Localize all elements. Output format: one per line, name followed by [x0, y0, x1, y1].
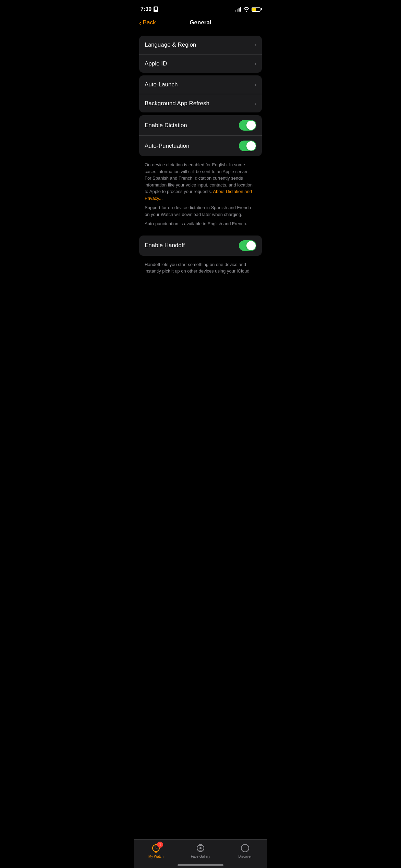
- apple-id-label: Apple ID: [145, 60, 167, 67]
- dictation-section: Enable Dictation Auto-Punctuation: [139, 115, 262, 156]
- language-region-label: Language & Region: [145, 41, 196, 48]
- auto-launch-row[interactable]: Auto-Launch ›: [139, 75, 262, 94]
- background-app-refresh-label: Background App Refresh: [145, 100, 209, 107]
- enable-handoff-row[interactable]: Enable Handoff: [139, 236, 262, 256]
- auto-punctuation-label: Auto-Punctuation: [145, 143, 189, 149]
- enable-handoff-label: Enable Handoff: [145, 242, 185, 249]
- dictation-spanish-french-desc: Support for on-device dictation in Spani…: [145, 204, 256, 218]
- background-app-refresh-row[interactable]: Background App Refresh ›: [139, 94, 262, 112]
- apple-id-row[interactable]: Apple ID ›: [139, 54, 262, 73]
- chevron-right-icon: ›: [255, 61, 256, 67]
- launch-refresh-section: Auto-Launch › Background App Refresh ›: [139, 75, 262, 112]
- toggle-knob: [246, 241, 256, 250]
- battery-icon: [252, 7, 260, 12]
- auto-punctuation-toggle[interactable]: [239, 141, 256, 151]
- chevron-right-icon: ›: [255, 100, 256, 107]
- auto-launch-label: Auto-Launch: [145, 81, 178, 88]
- enable-handoff-toggle[interactable]: [239, 240, 256, 251]
- toggle-knob: [246, 121, 256, 130]
- status-icons: [235, 7, 260, 12]
- status-time: 7:30: [141, 6, 151, 12]
- language-region-right: ›: [255, 42, 256, 48]
- back-label: Back: [143, 19, 156, 26]
- auto-punctuation-desc: Auto-punctuation is available in English…: [145, 220, 256, 227]
- apple-id-right: ›: [255, 61, 256, 67]
- enable-dictation-toggle[interactable]: [239, 120, 256, 131]
- auto-launch-right: ›: [255, 82, 256, 88]
- handoff-description: Handoff lets you start something on one …: [134, 258, 267, 280]
- wifi-icon: [243, 7, 250, 12]
- background-app-refresh-right: ›: [255, 100, 256, 107]
- toggle-knob: [246, 141, 256, 150]
- nav-bar: ‹ Back General: [134, 16, 267, 30]
- auto-punctuation-row[interactable]: Auto-Punctuation: [139, 135, 262, 156]
- dictation-description: On-device dictation is enabled for Engli…: [134, 159, 267, 233]
- language-region-row[interactable]: Language & Region ›: [139, 36, 262, 54]
- chevron-left-icon: ‹: [139, 19, 142, 26]
- chevron-right-icon: ›: [255, 42, 256, 48]
- chevron-right-icon: ›: [255, 82, 256, 88]
- signal-bars-icon: [235, 7, 241, 12]
- language-apple-section: Language & Region › Apple ID ›: [139, 36, 262, 73]
- handoff-section: Enable Handoff: [139, 236, 262, 256]
- enable-dictation-label: Enable Dictation: [145, 122, 187, 129]
- page-title: General: [190, 19, 211, 26]
- enable-dictation-row[interactable]: Enable Dictation: [139, 115, 262, 135]
- passbook-icon: [154, 7, 158, 12]
- settings-content: Language & Region › Apple ID › Auto-Laun…: [134, 30, 267, 308]
- status-bar: 7:30: [134, 0, 267, 16]
- back-button[interactable]: ‹ Back: [139, 19, 156, 26]
